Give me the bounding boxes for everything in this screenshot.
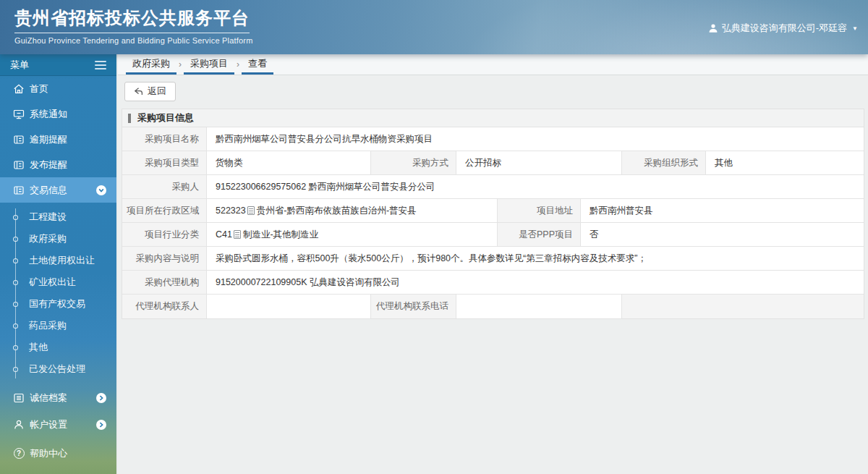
user-menu[interactable]: 弘典建设咨询有限公司-邓廷容 ▼ — [708, 22, 858, 35]
value-is-ppp: 否 — [581, 223, 864, 246]
caret-down-icon: ▼ — [852, 25, 858, 32]
sidebar-item-publish-reminder[interactable]: 发布提醒 — [0, 152, 116, 177]
row-type-method-org: 采购项目类型 货物类 采购方式 公开招标 采购组织形式 其他 — [122, 151, 864, 175]
page-title: 贵州省招标投标公共服务平台 — [14, 7, 250, 33]
sidebar-item-help-center[interactable]: ? 帮助中心 — [0, 440, 116, 467]
row-agency: 采购代理机构 91520000722109905K 弘典建设咨询有限公司 — [122, 271, 864, 295]
help-icon: ? — [13, 448, 25, 460]
back-label: 返回 — [148, 85, 166, 98]
folder-icon — [13, 134, 25, 145]
doc-icon — [247, 206, 255, 215]
user-icon — [708, 23, 718, 33]
breadcrumb: 政府采购 › 采购项目 › 查看 — [118, 54, 868, 75]
industry-text: 制造业-其他制造业 — [243, 229, 318, 241]
menu-header: 菜单 — [0, 54, 116, 76]
sidebar-item-label: 发布提醒 — [30, 158, 67, 172]
back-icon — [134, 87, 144, 96]
sidebar-item-label: 系统通知 — [30, 108, 67, 121]
row-industry-ppp: 项目行业分类 C41 制造业-其他制造业 是否PPP项目 否 — [122, 223, 864, 247]
row-content: 采购内容与说明 采购卧式圆形水桶，容积500升（装水500公斤），预计980个。… — [122, 247, 864, 271]
section-header: 采购项目信息 — [122, 109, 864, 127]
label-region: 项目所在行政区域 — [122, 199, 207, 222]
hamburger-icon[interactable] — [95, 61, 106, 69]
value-org-form: 其他 — [706, 151, 864, 174]
crumb-view[interactable]: 查看 — [242, 54, 273, 75]
label-org-form: 采购组织形式 — [622, 151, 706, 174]
value-project-type: 货物类 — [207, 151, 371, 174]
sidebar-item-label: 帐户设置 — [30, 418, 67, 431]
section-title: 采购项目信息 — [137, 111, 194, 124]
label-project-name: 采购项目名称 — [122, 127, 207, 151]
label-purchase-method: 采购方式 — [371, 151, 456, 174]
home-icon — [13, 83, 25, 95]
sidebar-item-home[interactable]: 首页 — [0, 76, 116, 101]
value-purchase-method: 公开招标 — [456, 151, 622, 174]
sidebar: 菜单 首页 系统通知 逾期提醒 — [0, 54, 118, 474]
value-purchaser: 915223006629575062 黔西南州烟草公司普安县分公司 — [207, 175, 864, 198]
brand: 贵州省招标投标公共服务平台 GuiZhou Province Tendering… — [14, 7, 253, 45]
toolbar: 返回 — [118, 75, 868, 107]
info-grid: 采购项目名称 黔西南州烟草公司普安县分公司抗旱水桶物资采购项目 采购项目类型 货… — [122, 127, 864, 319]
sidebar-item-overdue-reminder[interactable]: 逾期提醒 — [0, 127, 116, 152]
label-project-type: 采购项目类型 — [122, 151, 207, 174]
sidebar-item-label: 诚信档案 — [30, 392, 67, 405]
user-name: 弘典建设咨询有限公司-邓廷容 — [722, 22, 847, 35]
sidebar-item-credit-archive[interactable]: 诚信档案 — [0, 384, 116, 411]
sidebar-subitem-drug-procurement[interactable]: 药品采购 — [0, 315, 116, 337]
row-agency-contact: 代理机构联系人 代理机构联系电话 — [122, 295, 864, 318]
sidebar-item-label: 逾期提醒 — [30, 133, 67, 146]
label-agency-phone: 代理机构联系电话 — [371, 295, 456, 318]
folder-icon — [13, 185, 25, 196]
sidebar-subitem-mining-rights[interactable]: 矿业权出让 — [0, 271, 116, 293]
label-agency: 采购代理机构 — [122, 271, 207, 294]
sidebar-item-label: 首页 — [30, 82, 48, 96]
value-region: 522323 贵州省-黔西南布依族苗族自治州-普安县 — [207, 199, 498, 222]
folder-icon — [13, 159, 25, 171]
crumb-government-procurement[interactable]: 政府采购 — [126, 54, 176, 75]
trade-info-submenu: 工程建设 政府采购 土地使用权出让 矿业权出让 国有产权交易 药品采购 其他 已… — [0, 203, 116, 384]
label-address: 项目地址 — [498, 199, 581, 222]
chevron-right-icon — [96, 393, 106, 403]
back-button[interactable]: 返回 — [124, 82, 176, 101]
label-agency-contact: 代理机构联系人 — [122, 295, 207, 318]
value-project-name: 黔西南州烟草公司普安县分公司抗旱水桶物资采购项目 — [207, 127, 864, 151]
monitor-icon — [13, 109, 25, 120]
value-content: 采购卧式圆形水桶，容积500升（装水500公斤），预计980个。具体参数详见“第… — [207, 247, 864, 270]
industry-code: C41 — [216, 229, 232, 240]
region-code: 522323 — [216, 206, 246, 216]
sidebar-item-trade-info[interactable]: 交易信息 — [0, 177, 116, 203]
value-agency-phone — [456, 295, 622, 318]
app-window: 贵州省招标投标公共服务平台 GuiZhou Province Tendering… — [0, 0, 868, 474]
breadcrumb-separator: › — [176, 54, 184, 75]
sidebar-item-account-settings[interactable]: 帐户设置 — [0, 411, 116, 438]
top-header: 贵州省招标投标公共服务平台 GuiZhou Province Tendering… — [0, 0, 868, 54]
sidebar-item-label: 交易信息 — [30, 184, 67, 197]
crumb-procurement-project[interactable]: 采购项目 — [184, 54, 234, 75]
value-address: 黔西南州普安县 — [581, 199, 864, 222]
sidebar-subitem-land-use-rights[interactable]: 土地使用权出让 — [0, 250, 116, 271]
label-purchaser: 采购人 — [122, 175, 207, 198]
row-project-name: 采购项目名称 黔西南州烟草公司普安县分公司抗旱水桶物资采购项目 — [122, 127, 864, 151]
person-icon — [13, 419, 25, 431]
row-region-address: 项目所在行政区域 522323 贵州省-黔西南布依族苗族自治州-普安县 项目地址… — [122, 199, 864, 223]
region-text: 贵州省-黔西南布依族苗族自治州-普安县 — [257, 205, 417, 217]
sidebar-subitem-engineering[interactable]: 工程建设 — [0, 206, 116, 228]
menu-label: 菜单 — [10, 59, 29, 72]
breadcrumb-separator: › — [234, 54, 242, 75]
sidebar-subitem-published-notices[interactable]: 已发公告处理 — [0, 358, 116, 380]
sidebar-subitem-government-procurement[interactable]: 政府采购 — [0, 228, 116, 250]
main-content: 政府采购 › 采购项目 › 查看 返回 采购项目信息 — [118, 54, 868, 474]
row-purchaser: 采购人 915223006629575062 黔西南州烟草公司普安县分公司 — [122, 175, 864, 199]
sidebar-item-label: 帮助中心 — [30, 447, 67, 460]
chevron-right-icon — [96, 420, 106, 430]
doc-icon — [234, 230, 241, 239]
section-marker — [128, 114, 131, 123]
value-agency-contact — [207, 295, 371, 318]
list-icon — [13, 392, 25, 404]
sidebar-subitem-state-property[interactable]: 国有产权交易 — [0, 293, 116, 315]
value-industry: C41 制造业-其他制造业 — [207, 223, 498, 246]
procurement-info-panel: 采购项目信息 采购项目名称 黔西南州烟草公司普安县分公司抗旱水桶物资采购项目 采… — [122, 109, 864, 319]
sidebar-subitem-other[interactable]: 其他 — [0, 337, 116, 358]
label-content: 采购内容与说明 — [122, 247, 207, 270]
sidebar-item-system-notice[interactable]: 系统通知 — [0, 101, 116, 127]
